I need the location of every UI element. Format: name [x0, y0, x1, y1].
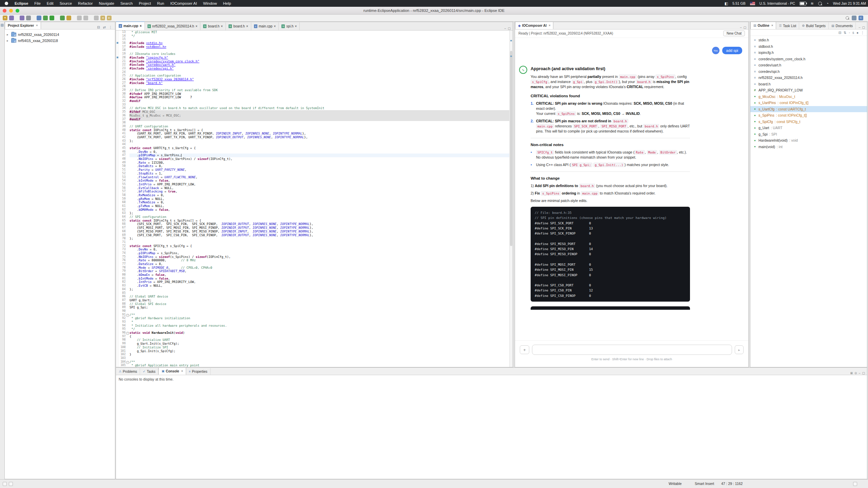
new-c-file-icon[interactable]: [37, 16, 41, 20]
project-nrf52832-xxaa-20260114[interactable]: ▸nrf52832_xxaa_20260114: [5, 32, 115, 38]
fold-collapse-icon[interactable]: −: [126, 361, 129, 364]
editor-tab-nrf52832-xxaa-20260114-h[interactable]: hnrf52832_xxaa_20260114.h×: [145, 22, 201, 30]
hide-fields-icon[interactable]: ◦: [849, 31, 850, 35]
outline-item-g-spi[interactable]: ●g_Spi : SPI: [750, 131, 867, 138]
new-wizard-icon[interactable]: ▾: [3, 16, 7, 20]
external-tools-icon[interactable]: [60, 16, 65, 20]
tab-task-list[interactable]: ☰Task List: [776, 22, 799, 29]
outline-item-main-void[interactable]: ●main(void) : int: [750, 144, 867, 150]
tab-problems[interactable]: ⚠Problems: [116, 368, 140, 375]
cpp-perspective-icon[interactable]: C: [859, 16, 863, 20]
sort-icon[interactable]: ⇅: [844, 31, 846, 35]
menu-run[interactable]: Run: [154, 1, 167, 5]
collapse-all-icon[interactable]: ⊟: [96, 25, 100, 29]
outline-item-hardwareinit-void[interactable]: ●HardwareInit(void) : void: [750, 137, 867, 144]
editor-tab-main-cpp[interactable]: cmain.cpp×: [251, 22, 279, 30]
back-icon[interactable]: ◂: [100, 16, 105, 20]
overview-mark[interactable]: [510, 40, 512, 41]
outline-item-s-spicfg[interactable]: ●s_SpiCfg : const SPICfg_t: [750, 119, 867, 125]
chat-message-input[interactable]: [532, 345, 732, 355]
menu-navigate[interactable]: Navigate: [96, 1, 117, 5]
send-button[interactable]: ▸: [735, 345, 744, 354]
fold-collapse-icon[interactable]: −: [126, 314, 129, 317]
new-chat-button[interactable]: New Chat: [723, 30, 745, 36]
outline-item-board-h[interactable]: ≡board.h: [750, 81, 867, 87]
menu-edit[interactable]: Edit: [44, 1, 57, 5]
code-editor[interactable]: 1314151617181920212223242526272829303132…: [116, 30, 513, 367]
status-icon-2[interactable]: [9, 482, 13, 486]
tab-properties[interactable]: ≡Properties: [186, 368, 211, 375]
minimize-icon[interactable]: –: [859, 371, 860, 375]
expand-arrow-icon[interactable]: ▸: [7, 33, 9, 36]
search-icon[interactable]: [846, 16, 849, 20]
last-edit-location-icon[interactable]: [94, 16, 99, 20]
menu-search[interactable]: Search: [117, 1, 136, 5]
control-center-icon[interactable]: ◔: [826, 1, 829, 5]
outline-item-nrf52832-xxaa-20260114-h[interactable]: ≡nrf52832_xxaa_20260114.h: [750, 75, 867, 81]
pin-console-icon[interactable]: ⊙: [854, 371, 857, 375]
save-icon[interactable]: [9, 16, 14, 20]
annotation-marker[interactable]: [117, 57, 118, 58]
menu-file[interactable]: File: [31, 1, 44, 5]
restore-view-icon[interactable]: [1, 24, 4, 27]
outline-item-stdbool-h[interactable]: ≡stdbool.h: [750, 43, 867, 50]
tab-iocomposer-ai[interactable]: ◆ IOComposer AI ×: [515, 22, 553, 29]
tab-outline[interactable]: ▤Outline×: [750, 22, 776, 29]
annotation-marker[interactable]: [117, 42, 118, 44]
console-content[interactable]: No consoles to display at this time.: [116, 375, 867, 479]
view-menu-icon[interactable]: ⋮: [861, 31, 864, 35]
code-text[interactable]: * @license MIT */ #include <stdio.h>#inc…: [130, 30, 510, 367]
outline-item-coredev-system-core-clock-h[interactable]: ≡coredev/system_core_clock.h: [750, 56, 867, 62]
menu-help[interactable]: Help: [220, 1, 234, 5]
outline-item-s-uartpins[interactable]: ●s_UartPins : const IOPinCfg_t[]: [750, 100, 867, 106]
project-nrf54l15-xxaa-20260118[interactable]: ▸nrf54l15_xxaa_20260118: [5, 38, 115, 44]
collapse-all-icon[interactable]: ⊟: [839, 31, 841, 35]
open-perspective-icon[interactable]: [852, 16, 856, 20]
menu-project[interactable]: Project: [136, 1, 154, 5]
minimize-icon[interactable]: –: [859, 26, 860, 29]
close-icon[interactable]: ×: [549, 24, 550, 27]
battery-icon[interactable]: [800, 2, 806, 5]
display-icon[interactable]: ◧: [725, 1, 728, 6]
editor-tab-board-h[interactable]: hboard.h×: [200, 22, 226, 30]
outline-item-g-uart[interactable]: ●g_Uart : UART: [750, 125, 867, 131]
scrollbar-thumb[interactable]: [510, 51, 512, 246]
apple-menu-icon[interactable]: [5, 2, 8, 5]
close-icon[interactable]: ×: [181, 369, 183, 373]
editor-scrollbar[interactable]: [509, 30, 513, 367]
forward-icon[interactable]: ▸: [107, 16, 112, 20]
close-icon[interactable]: ×: [140, 24, 142, 28]
hide-static-icon[interactable]: s: [852, 31, 854, 35]
annotation-next-icon[interactable]: [83, 16, 88, 20]
editor-tab-main-cpp[interactable]: cmain.cpp×: [116, 21, 145, 30]
close-icon[interactable]: ×: [221, 24, 223, 28]
wifi-icon[interactable]: ≋: [811, 1, 814, 6]
outline-item-coredev-uart-h[interactable]: ≡coredev/uart.h: [750, 62, 867, 68]
input-source-label[interactable]: U.S. International - PC: [760, 1, 795, 5]
run-icon[interactable]: [50, 16, 54, 20]
outline-item-coredev-spi-h[interactable]: ≡coredev/spi.h: [750, 68, 867, 75]
outline-item-iopincfg-h[interactable]: ≡iopincfg.h: [750, 49, 867, 56]
expand-arrow-icon[interactable]: ▸: [7, 39, 9, 42]
build-all-icon[interactable]: [26, 16, 31, 20]
debug-icon[interactable]: [43, 16, 48, 20]
tab-project-explorer[interactable]: Project Explorer ×: [5, 22, 41, 29]
minimize-icon[interactable]: –: [740, 26, 742, 29]
memory-usage[interactable]: 5.51 GB: [732, 1, 746, 5]
code-block-board-h[interactable]: // File: board.h:35 // SPI pin definitio…: [531, 207, 690, 302]
outline-item-g-mcuosc[interactable]: ●g_McuOsc : McuOsc_t: [750, 94, 867, 100]
menu-window[interactable]: Window: [200, 1, 220, 5]
editor-tab-board-h[interactable]: hboard.h×: [226, 22, 251, 30]
close-icon[interactable]: ×: [246, 24, 248, 28]
maximize-icon[interactable]: ▢: [743, 26, 746, 29]
menu-clock[interactable]: Wed Jan 21 9:31 AM: [833, 1, 866, 5]
menu-eclipse[interactable]: Eclipse: [12, 1, 31, 5]
link-with-editor-icon[interactable]: ⇄: [102, 25, 106, 29]
outline-item-app-irq-priority-low[interactable]: #APP_IRQ_PRIORITY_LOW: [750, 87, 867, 94]
menu-iocomposer-ai[interactable]: IOComposer AI: [167, 1, 200, 5]
close-icon[interactable]: ×: [36, 24, 38, 27]
outline-item-s-uartcfg[interactable]: ●s_UartCfg : const UARTCfg_t: [750, 106, 867, 113]
editor-tab-spi-h[interactable]: hspi.h×: [279, 22, 300, 30]
attach-button[interactable]: +: [520, 345, 529, 354]
tab-tasks[interactable]: ✓Tasks: [140, 368, 158, 375]
